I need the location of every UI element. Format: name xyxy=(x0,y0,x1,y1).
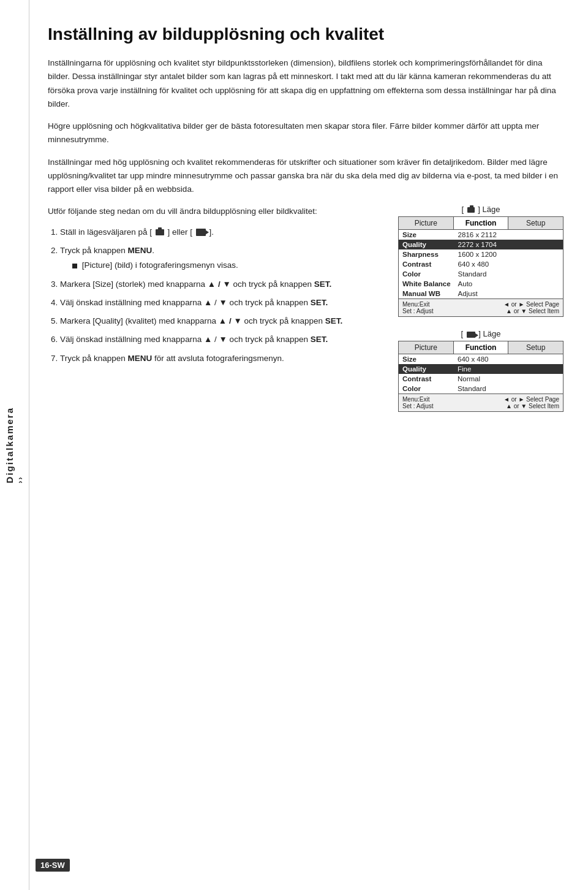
menu-panels-column: [ ] Läge Picture Function Setup Size 281… xyxy=(398,205,564,412)
panel2-row-contrast: Contrast Normal xyxy=(399,374,563,384)
panel2-footer-select-page: ◄ or ► Select Page xyxy=(503,396,559,403)
steps-list: Ställ in lägesväljaren på [ ] eller [ ].… xyxy=(48,225,380,366)
panel1-value-color: Standard xyxy=(454,269,563,279)
panel2-value-quality: Fine xyxy=(454,364,563,374)
step-7: Tryck på knappen MENU för att avsluta fo… xyxy=(60,351,380,366)
panel1-footer-select-item: ▲ or ▼ Select Item xyxy=(503,308,559,314)
steps-column: Utför följande steg nedan om du vill änd… xyxy=(48,205,380,412)
video-icon xyxy=(196,229,206,236)
camera-icon xyxy=(156,229,164,235)
step-6: Välj önskad inställning med knapparna ▲ … xyxy=(60,332,380,347)
panel1-value-manual-wb: Adjust xyxy=(454,289,563,299)
panel2-footer-menu-exit: Menu:Exit xyxy=(402,396,434,403)
para2: Högre upplösning och högkvalitativa bild… xyxy=(48,120,564,147)
arrows-bold-5: ▲ / ▼ xyxy=(219,316,242,325)
set-bold: SET. xyxy=(314,280,332,289)
page-number: 16-SW xyxy=(36,859,70,872)
panel2-footer-left: Menu:Exit Set : Adjust xyxy=(402,396,434,409)
panel2-value-size: 640 x 480 xyxy=(454,354,563,364)
panel1-container: [ ] Läge Picture Function Setup Size 281… xyxy=(398,205,564,317)
set-bold-4: SET. xyxy=(311,298,328,307)
panel1-row-sharpness: Sharpness 1600 x 1200 xyxy=(399,249,563,259)
panel1-body: Size 2816 x 2112 Quality 2272 x 1704 Sha… xyxy=(399,230,563,299)
steps-and-panels: Utför följande steg nedan om du vill änd… xyxy=(48,205,564,412)
panel2-label-contrast: Contrast xyxy=(399,374,454,384)
panel2-footer-select-item: ▲ or ▼ Select Item xyxy=(503,403,559,409)
panel2-tabs: Picture Function Setup xyxy=(399,341,563,354)
menu-bold: MENU xyxy=(128,246,153,255)
steps-intro: Utför följande steg nedan om du vill änd… xyxy=(48,205,380,218)
panel1-row-quality: Quality 2272 x 1704 xyxy=(399,240,563,249)
panel1-footer-right: ◄ or ► Select Page ▲ or ▼ Select Item xyxy=(503,301,559,314)
panel1-footer-select-page: ◄ or ► Select Page xyxy=(503,301,559,308)
panel1-footer-left: Menu:Exit Set : Adjust xyxy=(402,301,434,314)
panel2-row-size: Size 640 x 480 xyxy=(399,354,563,364)
panel1-value-size: 2816 x 2112 xyxy=(454,230,563,240)
para3: Inställningar med hög upplösning och kva… xyxy=(48,156,564,197)
step-2: Tryck på knappen MENU. [Picture] (bild) … xyxy=(60,243,380,273)
step-1: Ställ in lägesväljaren på [ ] eller [ ]. xyxy=(60,225,380,240)
step-3: Markera [Size] (storlek) med knapparna ▲… xyxy=(60,277,380,292)
panel1-footer: Menu:Exit Set : Adjust ◄ or ► Select Pag… xyxy=(399,299,563,316)
panel2-footer-right: ◄ or ► Select Page ▲ or ▼ Select Item xyxy=(503,396,559,409)
panel1-tab-picture[interactable]: Picture xyxy=(399,217,454,229)
panel2-tab-setup[interactable]: Setup xyxy=(508,341,563,354)
panel1-row-contrast: Contrast 640 x 480 xyxy=(399,259,563,269)
panel2-label-quality: Quality xyxy=(399,364,454,374)
panel1-footer-menu-exit: Menu:Exit xyxy=(402,301,434,308)
panel2-label-size: Size xyxy=(399,354,454,364)
panel1-row-manual-wb: Manual WB Adjust xyxy=(399,289,563,299)
panel1-tab-setup[interactable]: Setup xyxy=(508,217,563,229)
panel2-footer-set-adjust: Set : Adjust xyxy=(402,403,434,409)
panel1-tab-function[interactable]: Function xyxy=(454,217,509,229)
panel1-camera-icon xyxy=(467,207,475,213)
panel2-camera-label: [ ] Läge xyxy=(398,329,564,338)
panel2-footer: Menu:Exit Set : Adjust ◄ or ► Select Pag… xyxy=(399,394,563,411)
main-content: Inställning av bildupplösning och kvalit… xyxy=(36,0,588,436)
panel1-label-size: Size xyxy=(399,230,454,240)
panel1-camera-label: [ ] Läge xyxy=(398,205,564,214)
panel1-label-manual-wb: Manual WB xyxy=(399,289,454,299)
panel1-label-wb: White Balance xyxy=(399,279,454,289)
panel1-label-contrast: Contrast xyxy=(399,259,454,269)
panel1-value-contrast: 640 x 480 xyxy=(454,259,563,269)
panel2-value-color: Standard xyxy=(454,384,563,394)
bullet-icon xyxy=(72,264,77,268)
page-title: Inställning av bildupplösning och kvalit… xyxy=(48,25,564,44)
set-bold-5: SET. xyxy=(325,316,343,325)
panel2-video-icon xyxy=(467,332,475,338)
intro-paragraph: Inställningarna för upplösning och kvali… xyxy=(48,56,564,111)
sidebar: Digitalkamera ›› xyxy=(0,0,29,890)
panel2-body: Size 640 x 480 Quality Fine Contrast Nor… xyxy=(399,354,563,394)
panel2-tab-picture[interactable]: Picture xyxy=(399,341,454,354)
panel1-row-wb: White Balance Auto xyxy=(399,279,563,289)
step-4: Välj önskad inställning med knapparna ▲ … xyxy=(60,295,380,310)
panel1: Picture Function Setup Size 2816 x 2112 … xyxy=(398,216,564,317)
step-5: Markera [Quality] (kvalitet) med knappar… xyxy=(60,314,380,329)
panel1-footer-set-adjust: Set : Adjust xyxy=(402,308,434,314)
panel1-value-quality: 2272 x 1704 xyxy=(454,240,563,249)
panel1-row-color: Color Standard xyxy=(399,269,563,279)
panel2: Picture Function Setup Size 640 x 480 Qu… xyxy=(398,341,564,412)
panel1-label-quality: Quality xyxy=(399,240,454,249)
panel1-row-size: Size 2816 x 2112 xyxy=(399,230,563,240)
panel1-label-sharpness: Sharpness xyxy=(399,249,454,259)
sidebar-label: Digitalkamera ›› xyxy=(4,407,25,483)
set-bold-6: SET. xyxy=(311,335,328,344)
panel2-value-contrast: Normal xyxy=(454,374,563,384)
panel2-tab-function[interactable]: Function xyxy=(454,341,509,354)
panel1-label-color: Color xyxy=(399,269,454,279)
panel2-label-color: Color xyxy=(399,384,454,394)
panel1-value-sharpness: 1600 x 1200 xyxy=(454,249,563,259)
panel1-value-wb: Auto xyxy=(454,279,563,289)
step-2-note: [Picture] (bild) i fotograferingsmenyn v… xyxy=(72,258,380,273)
panel1-tabs: Picture Function Setup xyxy=(399,217,563,230)
panel2-row-quality: Quality Fine xyxy=(399,364,563,374)
panel2-container: [ ] Läge Picture Function Setup Size 640… xyxy=(398,329,564,412)
menu-bold-7: MENU xyxy=(128,354,153,363)
arrows-bold: ▲ / ▼ xyxy=(208,280,231,289)
panel2-row-color: Color Standard xyxy=(399,384,563,394)
